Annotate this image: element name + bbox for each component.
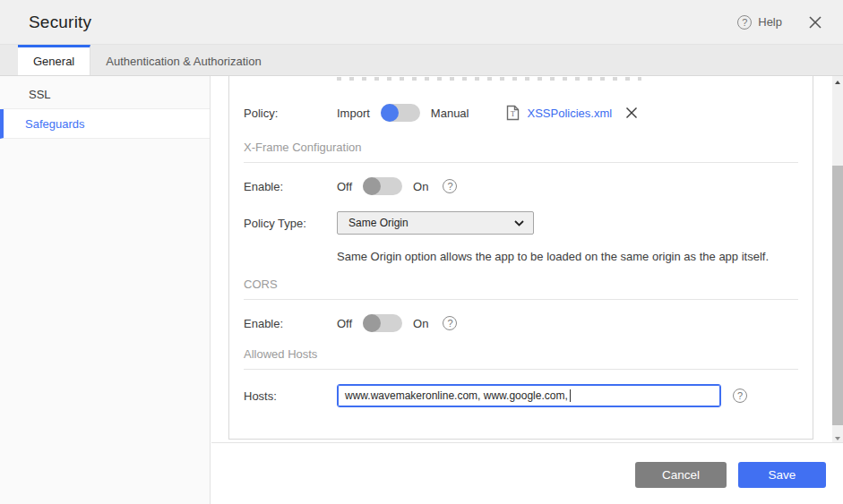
hosts-input[interactable]: www.wavemakeronline.com, www.google.com, — [337, 384, 721, 407]
triangle-down-icon — [835, 437, 840, 440]
clipped-scrolled-row — [337, 77, 641, 81]
help-circle-icon: ? — [737, 15, 752, 30]
tab-general-label: General — [33, 55, 74, 68]
xframe-divider — [244, 162, 798, 163]
sidebar-item-ssl-label: SSL — [29, 88, 51, 101]
text-caret — [570, 389, 571, 402]
triangle-up-icon — [835, 81, 840, 84]
cors-enable-label: Enable: — [244, 317, 337, 330]
chevron-down-icon — [514, 220, 524, 226]
xframe-enable-toggle[interactable] — [363, 177, 402, 195]
remove-file-icon[interactable] — [624, 106, 639, 120]
cors-enable-help-icon[interactable]: ? — [443, 316, 457, 330]
header-actions: ? Help — [737, 11, 827, 34]
dialog-body: SSL Safeguards Policy: Import — [0, 76, 843, 504]
form-scroll-area: Policy: Import Manual — [211, 76, 843, 445]
sidebar-item-ssl[interactable]: SSL — [0, 80, 210, 109]
close-icon[interactable] — [804, 11, 827, 34]
policy-type-row: Policy Type: Same Origin — [244, 205, 798, 241]
sidebar-item-safeguards-label: Safeguards — [25, 117, 85, 131]
save-button[interactable]: Save — [738, 462, 826, 488]
hosts-label: Hosts: — [244, 389, 337, 403]
tab-bar: General Authentication & Authorization — [0, 45, 843, 76]
dialog-header: Security ? Help — [0, 0, 843, 45]
xframe-section-title: X-Frame Configuration — [244, 141, 798, 154]
xframe-off-label: Off — [337, 180, 352, 193]
toggle-knob — [363, 177, 381, 195]
scrollbar-thumb[interactable] — [832, 166, 843, 425]
cors-divider — [244, 299, 798, 300]
toggle-knob — [363, 314, 381, 332]
xframe-enable-row: Enable: Off On ? — [244, 167, 798, 205]
tab-auth-label: Authentication & Authorization — [106, 55, 261, 68]
hosts-input-value: www.wavemakeronline.com, www.google.com, — [345, 389, 568, 402]
vertical-scrollbar[interactable] — [832, 76, 843, 445]
settings-sidebar: SSL Safeguards — [0, 76, 211, 504]
policy-type-value: Same Origin — [348, 217, 409, 229]
policy-toggle-group: Import Manual — [337, 104, 469, 122]
allowed-hosts-section-title: Allowed Hosts — [244, 347, 798, 361]
page-title: Security — [29, 13, 91, 32]
cancel-button[interactable]: Cancel — [635, 462, 727, 488]
xframe-enable-label: Enable: — [244, 180, 337, 193]
policy-file-link[interactable]: XSSPolicies.xml — [527, 107, 612, 120]
help-label: Help — [758, 15, 782, 29]
xframe-on-label: On — [413, 180, 428, 193]
cors-on-label: On — [413, 317, 428, 330]
xframe-enable-help-icon[interactable]: ? — [443, 179, 457, 193]
policy-manual-label: Manual — [431, 107, 469, 120]
policy-type-select[interactable]: Same Origin — [337, 211, 534, 235]
policy-type-help-text: Same Origin option allows the app to be … — [337, 250, 798, 263]
svg-text:T: T — [511, 110, 515, 118]
xframe-enable-toggle-group: Off On ? — [337, 177, 457, 195]
main-panel: Policy: Import Manual — [211, 76, 843, 504]
policy-import-manual-toggle[interactable] — [381, 104, 420, 122]
sidebar-item-safeguards[interactable]: Safeguards — [0, 109, 210, 139]
xml-file-icon: T — [506, 105, 520, 121]
cors-section-title: CORS — [244, 278, 798, 291]
scrollbar-up-button[interactable] — [832, 76, 843, 89]
cors-enable-toggle[interactable] — [363, 314, 402, 332]
policy-file-chip: T XSSPolicies.xml — [506, 105, 639, 121]
safeguards-form-card: Policy: Import Manual — [228, 76, 813, 440]
policy-row: Policy: Import Manual — [244, 93, 798, 132]
toggle-knob — [381, 104, 399, 122]
hosts-row: Hosts: www.wavemakeronline.com, www.goog… — [244, 376, 798, 415]
cors-off-label: Off — [337, 317, 352, 330]
cors-enable-row: Enable: Off On ? — [244, 304, 798, 342]
cors-enable-toggle-group: Off On ? — [337, 314, 457, 332]
dialog-footer: Cancel Save — [211, 442, 843, 504]
security-dialog: Security ? Help General Authentication &… — [0, 0, 843, 504]
tab-general[interactable]: General — [18, 45, 90, 75]
hosts-help-icon[interactable]: ? — [733, 389, 747, 403]
tab-authentication-authorization[interactable]: Authentication & Authorization — [90, 45, 276, 75]
policy-label: Policy: — [244, 107, 337, 120]
policy-type-label: Policy Type: — [244, 217, 337, 230]
allowed-hosts-divider — [244, 369, 798, 370]
policy-import-label: Import — [337, 107, 370, 120]
help-button[interactable]: ? Help — [737, 15, 782, 30]
